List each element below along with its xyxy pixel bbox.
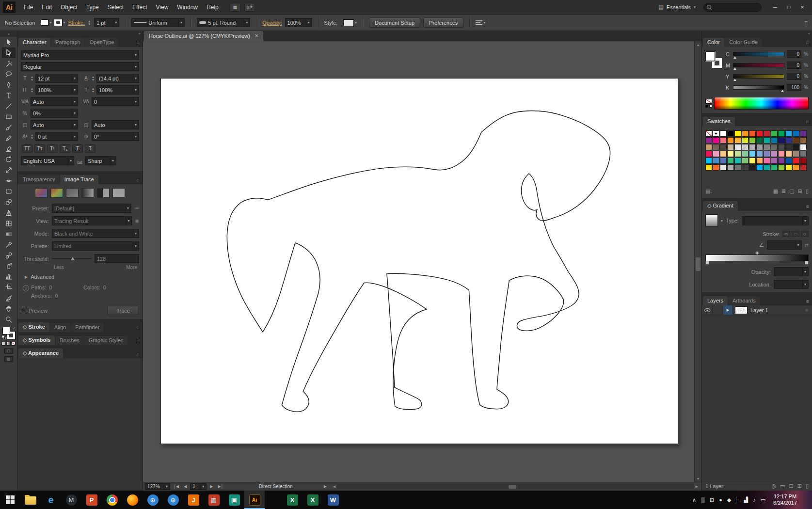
stepper-icon[interactable]: ▲▼ bbox=[31, 76, 33, 81]
horse-outline-artwork[interactable] bbox=[161, 79, 678, 444]
panel-menu-icon[interactable]: ≡ bbox=[804, 40, 811, 47]
swatch[interactable] bbox=[778, 158, 785, 164]
small-caps-button[interactable]: Tᴛ bbox=[34, 144, 45, 153]
swatch[interactable] bbox=[756, 151, 763, 157]
document-tab[interactable]: Horse Outline.ai @ 127% (CMYK/Preview) × bbox=[144, 31, 263, 41]
horizontal-scroll-thumb[interactable] bbox=[509, 485, 516, 489]
fill-stroke-widget[interactable]: ↔ bbox=[2, 327, 15, 339]
swatch[interactable] bbox=[705, 144, 712, 150]
artboard-tool[interactable] bbox=[2, 282, 16, 293]
swatch[interactable] bbox=[764, 158, 770, 164]
swatch[interactable] bbox=[764, 164, 770, 171]
globe-app-1[interactable]: ⊕ bbox=[143, 491, 163, 509]
channel-slider[interactable] bbox=[733, 85, 784, 90]
document-setup-button[interactable]: Document Setup bbox=[369, 17, 420, 28]
swatch[interactable] bbox=[727, 164, 734, 171]
swatch[interactable] bbox=[800, 130, 807, 137]
direct-selection-tool[interactable] bbox=[2, 48, 16, 58]
media-red-app[interactable]: ▦ bbox=[204, 491, 224, 509]
swatch[interactable] bbox=[713, 144, 719, 150]
tools-collapse-icon[interactable]: » bbox=[0, 31, 17, 37]
channel-value-field[interactable]: 100 bbox=[787, 84, 801, 91]
menu-select[interactable]: Select bbox=[103, 1, 128, 13]
swatch[interactable] bbox=[742, 158, 748, 164]
menu-help[interactable]: Help bbox=[202, 1, 223, 13]
aki-right-select[interactable]: Auto▾ bbox=[92, 120, 139, 129]
dropdown-icon[interactable]: ▾ bbox=[133, 74, 137, 82]
tab-gradient[interactable]: ◇ Gradient bbox=[703, 201, 738, 211]
mode-select[interactable]: Black and White▾ bbox=[52, 229, 139, 238]
swatch[interactable] bbox=[785, 130, 792, 137]
all-caps-button[interactable]: TT bbox=[22, 144, 32, 153]
view-select[interactable]: Tracing Result▾ bbox=[52, 216, 132, 225]
dropdown-icon[interactable]: ▾ bbox=[72, 109, 76, 117]
scale-tool[interactable] bbox=[2, 165, 16, 175]
swatch[interactable] bbox=[793, 137, 799, 143]
menu-view[interactable]: View bbox=[152, 1, 173, 13]
tsume-select[interactable]: 0%▾ bbox=[31, 109, 78, 118]
swatch[interactable] bbox=[756, 164, 763, 171]
dropdown-icon[interactable]: ▾ bbox=[802, 217, 806, 225]
gradient-thumbnail[interactable] bbox=[705, 214, 718, 227]
tab-swatches[interactable]: Swatches bbox=[703, 117, 735, 126]
swatch[interactable] bbox=[800, 144, 807, 150]
delete-swatch-icon[interactable]: ▯ bbox=[806, 188, 809, 194]
white-button[interactable] bbox=[709, 105, 712, 108]
preset-low-color-icon[interactable] bbox=[66, 188, 79, 198]
swatch[interactable] bbox=[771, 151, 778, 157]
swatch[interactable] bbox=[771, 137, 778, 143]
horizontal-scrollbar[interactable]: ◀ ▶ bbox=[332, 482, 700, 491]
close-document-icon[interactable]: × bbox=[255, 32, 258, 39]
dropdown-icon[interactable]: ▾ bbox=[133, 51, 137, 59]
file-explorer[interactable] bbox=[20, 491, 41, 509]
gradient-mode-button[interactable] bbox=[6, 342, 11, 346]
swatch[interactable] bbox=[749, 137, 756, 143]
hand-tool[interactable] bbox=[2, 303, 16, 314]
document-layout-icon[interactable]: ◫ ▾ bbox=[244, 3, 255, 12]
powerpoint[interactable]: P bbox=[81, 491, 102, 509]
channel-value-field[interactable]: 0 bbox=[787, 73, 801, 80]
opacity-panel-link[interactable]: Opacity: bbox=[262, 20, 282, 26]
swatch[interactable] bbox=[742, 137, 748, 143]
next-artboard-button[interactable]: ▶ bbox=[208, 484, 214, 489]
scroll-right-icon[interactable]: ▶ bbox=[694, 485, 700, 489]
swatch[interactable] bbox=[727, 144, 734, 150]
swatch[interactable] bbox=[793, 144, 799, 150]
slice-tool[interactable] bbox=[2, 293, 16, 303]
swatch-options-icon[interactable]: ≣ bbox=[781, 188, 786, 194]
panel-menu-icon[interactable]: ≡ bbox=[135, 177, 142, 184]
stepper-icon[interactable]: ▲▼ bbox=[31, 87, 33, 93]
width-tool[interactable] bbox=[2, 175, 16, 186]
swatch[interactable] bbox=[785, 164, 792, 171]
align-options[interactable]: ▾ bbox=[476, 20, 485, 25]
delete-layer-icon[interactable]: ▯ bbox=[806, 483, 809, 489]
artboard[interactable] bbox=[160, 78, 678, 444]
swatch[interactable] bbox=[800, 137, 807, 143]
layer-expand-arrow[interactable]: ▶ bbox=[723, 305, 733, 315]
dropdown-icon[interactable]: ▾ bbox=[133, 63, 137, 71]
pen-tool[interactable] bbox=[2, 80, 16, 90]
eyedropper-tool[interactable] bbox=[2, 239, 16, 250]
swatch[interactable] bbox=[749, 151, 756, 157]
channel-value-field[interactable]: 0 bbox=[787, 62, 801, 69]
swap-fill-stroke-icon[interactable]: ↔ bbox=[10, 325, 16, 331]
rotate-tool[interactable] bbox=[2, 154, 16, 165]
menu-window[interactable]: Window bbox=[173, 1, 202, 13]
style-select[interactable]: ▾ bbox=[343, 19, 357, 26]
symbol-sprayer-tool[interactable] bbox=[2, 261, 16, 271]
panel-menu-icon[interactable]: ≡ bbox=[135, 338, 142, 345]
gradient-angle-select[interactable]: ▾ bbox=[767, 240, 802, 250]
swatch[interactable] bbox=[727, 137, 734, 143]
dropdown-icon[interactable]: ▾ bbox=[133, 229, 137, 238]
swatch[interactable] bbox=[749, 130, 756, 137]
notification-icon[interactable]: ▭ bbox=[761, 497, 765, 503]
type-tool[interactable] bbox=[2, 90, 16, 101]
line-segment-tool[interactable] bbox=[2, 101, 16, 111]
new-swatch-icon[interactable]: ⊞ bbox=[798, 188, 802, 194]
vertical-scrollbar[interactable]: ▲ ▼ bbox=[694, 41, 701, 482]
rectangle-tool[interactable] bbox=[2, 111, 16, 122]
network-icon[interactable]: ▟ bbox=[744, 497, 748, 503]
swatch[interactable] bbox=[734, 144, 741, 150]
font-style-select[interactable]: Regular▾ bbox=[21, 62, 139, 71]
underline-button[interactable]: T bbox=[72, 144, 83, 153]
